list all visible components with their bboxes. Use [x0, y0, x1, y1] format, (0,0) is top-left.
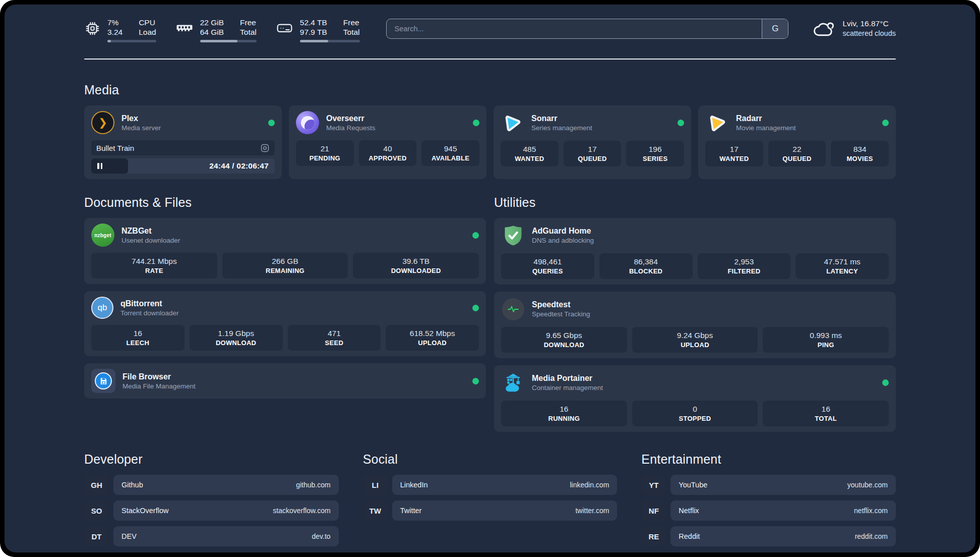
radarr-icon [705, 111, 729, 135]
stat-wanted: 17WANTED [705, 141, 763, 166]
bookmark-link-dev[interactable]: DT DEVdev.to [84, 526, 339, 546]
section-title-developer: Developer [84, 452, 339, 467]
app-card-portainer[interactable]: Media Portainer Container management 16R… [494, 365, 896, 432]
bookmark-link-github[interactable]: GH Githubgithub.com [84, 475, 339, 495]
app-description: Media File Management [122, 382, 196, 391]
portainer-icon [501, 371, 525, 395]
bookmark-group-social: Social LI LinkedInlinkedin.com TW Twitte… [363, 452, 618, 552]
section-title-entertainment: Entertainment [641, 452, 896, 467]
disk-progress-bar [300, 40, 360, 42]
ram-icon [175, 20, 194, 36]
search-bar: G [386, 19, 789, 39]
pause-icon[interactable] [97, 163, 102, 169]
memory-progress-bar [200, 40, 257, 42]
app-card-qbittorrent[interactable]: qb qBittorrent Torrent downloader 16LEEC… [84, 291, 486, 356]
app-card-nzbget[interactable]: nzbget NZBGet Usenet downloader 744.21 M… [84, 218, 486, 284]
app-card-filebrowser[interactable]: File Browser Media File Management [84, 363, 486, 399]
stat-rate: 744.21 MbpsRATE [91, 253, 217, 278]
stat-total: 16TOTAL [763, 401, 889, 426]
dashboard: 7% CPU 3.24 Load 22 GiB Free 64 GiB Tota… [5, 5, 975, 552]
plex-now-playing: Bullet Train 24:44 / 02:06:47 [91, 140, 275, 174]
disk-icon [276, 20, 293, 36]
app-description: Torrent downloader [120, 309, 179, 318]
window-frame: 7% CPU 3.24 Load 22 GiB Free 64 GiB Tota… [0, 0, 980, 557]
overseerr-icon [296, 111, 319, 134]
stat-approved: 40APPROVED [359, 140, 417, 166]
app-description: DNS and adblocking [532, 236, 594, 245]
plex-icon: ❯ [91, 111, 114, 134]
app-card-radarr[interactable]: Radarr Movie management 17WANTED 22QUEUE… [698, 105, 896, 179]
cpu-label: CPU [139, 18, 156, 27]
app-card-plex[interactable]: ❯ Plex Media server Bullet Train 24:44 /… [84, 105, 282, 179]
top-bar: 7% CPU 3.24 Load 22 GiB Free 64 GiB Tota… [84, 5, 896, 42]
stat-latency: 47.571 msLATENCY [795, 253, 889, 279]
bookmark-link-stackoverflow[interactable]: SO StackOverflowstackoverflow.com [84, 500, 339, 521]
stat-queued: 22QUEUED [768, 141, 826, 166]
stat-remaining: 266 GBREMAINING [222, 253, 348, 278]
app-name: Speedtest [532, 299, 590, 310]
bookmark-link-twitter[interactable]: TW Twittertwitter.com [363, 500, 618, 521]
disk-total-value: 97.9 TB [300, 27, 327, 37]
app-card-adguard[interactable]: AdGuard Home DNS and adblocking 498,461Q… [494, 218, 896, 285]
stat-pending: 21PENDING [296, 140, 354, 166]
playback-progress-bar[interactable]: 24:44 / 02:06:47 [91, 158, 275, 174]
search-engine-button[interactable]: G [762, 19, 788, 38]
search-input[interactable] [387, 19, 762, 38]
stat-queued: 17QUEUED [564, 141, 622, 166]
cast-icon[interactable] [260, 143, 270, 153]
app-card-speedtest[interactable]: Speedtest Speedtest Tracking 9.65 GbpsDO… [494, 292, 896, 358]
app-name: AdGuard Home [532, 226, 594, 236]
disk-metric: 52.4 TB Free 97.9 TB Total [276, 18, 360, 42]
cpu-usage-value: 7% [107, 18, 122, 27]
stat-upload: 9.24 GbpsUPLOAD [632, 327, 758, 353]
status-dot [473, 120, 479, 126]
bookmark-abbr: SO [84, 500, 109, 521]
section-title-media: Media [84, 83, 896, 97]
app-description: Series management [531, 124, 592, 133]
app-description: Speedtest Tracking [532, 310, 590, 319]
cloud-icon [813, 19, 836, 38]
app-card-sonarr[interactable]: Sonarr Series management 485WANTED 17QUE… [494, 105, 691, 179]
cpu-progress-bar [107, 40, 156, 42]
adguard-icon [501, 224, 525, 247]
cpu-chip-icon [84, 20, 101, 37]
nzbget-icon: nzbget [91, 224, 114, 247]
status-dot [882, 379, 889, 386]
stat-series: 196SERIES [626, 141, 684, 166]
now-playing-title: Bullet Train [96, 144, 134, 152]
app-name: Plex [121, 113, 161, 124]
app-card-overseerr[interactable]: Overseerr Media Requests 21PENDING 40APP… [289, 105, 486, 179]
cpu-metric: 7% CPU 3.24 Load [84, 18, 156, 42]
bookmark-abbr: YT [641, 475, 666, 495]
status-dot [882, 120, 889, 126]
now-playing-bar: Bullet Train [91, 140, 275, 155]
bookmark-abbr: LI [363, 475, 388, 495]
bookmark-link-youtube[interactable]: YT YouTubeyoutube.com [641, 475, 896, 495]
disk-total-label: Total [343, 27, 360, 37]
stat-downloaded: 39.6 TBDOWNLOADED [353, 253, 479, 278]
memory-metric: 22 GiB Free 64 GiB Total [175, 18, 257, 42]
stat-running: 16RUNNING [501, 401, 627, 426]
bookmark-group-entertainment: Entertainment YT YouTubeyoutube.com NF N… [641, 452, 896, 552]
filebrowser-icon [91, 369, 115, 393]
bookmark-link-linkedin[interactable]: LI LinkedInlinkedin.com [363, 475, 618, 495]
stat-stopped: 0STOPPED [632, 401, 758, 426]
bookmark-link-reddit[interactable]: RE Redditreddit.com [641, 526, 896, 546]
app-name: File Browser [122, 371, 196, 382]
speedtest-icon [501, 297, 525, 321]
utilities-column: Utilities AdGuard Home DNS and adblockin… [494, 195, 896, 432]
bookmark-abbr: RE [641, 526, 666, 546]
stat-filtered: 2,953FILTERED [698, 253, 791, 279]
section-title-utilities: Utilities [494, 195, 896, 210]
header-divider [84, 59, 896, 60]
memory-total-value: 64 GiB [200, 27, 224, 37]
stat-ping: 0.993 msPING [763, 327, 889, 353]
bookmark-link-netflix[interactable]: NF Netflixnetflix.com [641, 500, 896, 521]
stat-blocked: 86,384BLOCKED [599, 253, 693, 279]
stat-leech: 16LEECH [91, 325, 185, 351]
bookmark-abbr: NF [641, 500, 666, 521]
stat-download: 1.19 GbpsDOWNLOAD [190, 325, 283, 351]
app-description: Media Requests [326, 124, 376, 133]
status-dot [268, 120, 275, 126]
bookmarks-area: Developer GH Githubgithub.com SO StackOv… [84, 452, 896, 552]
